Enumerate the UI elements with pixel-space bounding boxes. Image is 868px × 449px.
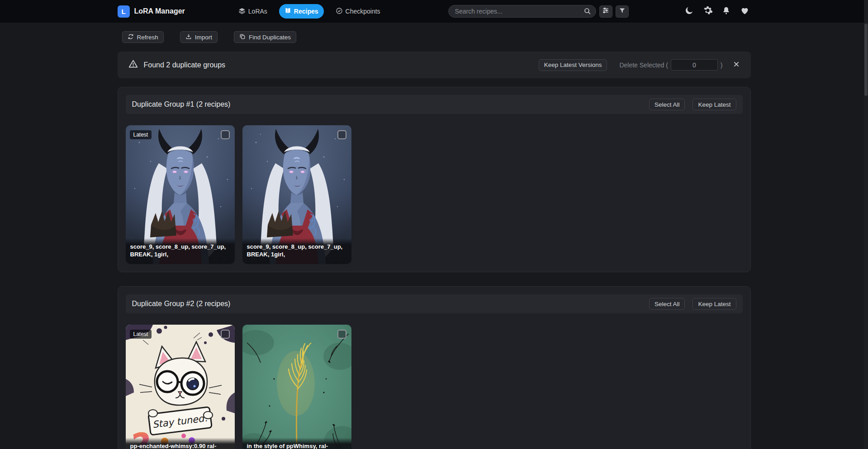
duplicate-group-1: Duplicate Group #1 (2 recipes) Select Al… bbox=[118, 87, 751, 272]
delete-selected-prefix: Delete Selected ( bbox=[619, 61, 668, 69]
refresh-label: Refresh bbox=[137, 34, 158, 41]
logo-letter: L bbox=[121, 8, 125, 15]
tab-recipes-label: Recipes bbox=[294, 8, 318, 15]
group-1-header: Duplicate Group #1 (2 recipes) Select Al… bbox=[126, 95, 743, 114]
close-icon bbox=[733, 61, 740, 70]
heart-icon bbox=[740, 6, 749, 17]
recipe-card[interactable]: Latest score_9, score_8_up, score_7_up, … bbox=[126, 125, 235, 264]
group-2-keep-latest-button[interactable]: Keep Latest bbox=[693, 298, 736, 310]
warning-icon bbox=[128, 59, 138, 71]
recipe-card[interactable]: score_9, score_8_up, score_7_up, BREAK, … bbox=[242, 125, 351, 264]
delete-selected-button[interactable]: Delete Selected ( ) bbox=[619, 59, 722, 71]
sliders-icon bbox=[602, 7, 609, 16]
funnel-icon bbox=[619, 7, 626, 16]
recipe-checkbox[interactable] bbox=[337, 130, 346, 139]
import-label: Import bbox=[195, 34, 212, 41]
recipes-toolbar: Refresh Import Find Duplicates bbox=[122, 31, 751, 43]
latest-badge: Latest bbox=[130, 130, 152, 139]
recipe-caption: score_9, score_8_up, score_7_up, BREAK, … bbox=[242, 238, 351, 264]
recipe-caption: score_9, score_8_up, score_7_up, BREAK, … bbox=[126, 238, 235, 264]
refresh-icon bbox=[128, 33, 134, 41]
refresh-button[interactable]: Refresh bbox=[122, 31, 164, 43]
settings-button[interactable] bbox=[702, 5, 714, 17]
book-icon bbox=[285, 7, 291, 15]
check-circle-icon bbox=[336, 7, 343, 16]
search-icon bbox=[583, 7, 592, 17]
tab-checkpoints[interactable]: Checkpoints bbox=[336, 7, 380, 16]
search-input[interactable] bbox=[448, 5, 596, 18]
app-brand[interactable]: L LoRA Manager bbox=[118, 5, 185, 18]
tab-loras-label: LoRAs bbox=[248, 8, 267, 15]
duplicates-alert-banner: Found 2 duplicate groups Keep Latest Ver… bbox=[118, 52, 751, 78]
alert-message: Found 2 duplicate groups bbox=[144, 61, 226, 69]
tab-recipes[interactable]: Recipes bbox=[279, 4, 324, 19]
import-button[interactable]: Import bbox=[180, 31, 218, 43]
group-2-header: Duplicate Group #2 (2 recipes) Select Al… bbox=[126, 294, 743, 313]
recipe-card[interactable]: in the style of ppWhimsy, ral-frctlgmtry… bbox=[242, 325, 351, 449]
find-duplicates-label: Find Duplicates bbox=[249, 34, 291, 41]
favorites-button[interactable] bbox=[739, 5, 751, 17]
import-icon bbox=[185, 33, 192, 41]
tab-loras[interactable]: LoRAs bbox=[238, 7, 267, 16]
recipe-checkbox[interactable] bbox=[221, 130, 230, 139]
funnel-filter-button[interactable] bbox=[616, 5, 629, 18]
layers-icon bbox=[238, 7, 246, 16]
main-nav: LoRAs Recipes Checkpoints bbox=[238, 4, 380, 19]
app-title: LoRA Manager bbox=[134, 7, 185, 15]
search-container bbox=[448, 5, 596, 18]
group-1-cards: Latest score_9, score_8_up, score_7_up, … bbox=[126, 125, 743, 264]
gear-icon bbox=[703, 5, 713, 17]
duplicate-group-2: Duplicate Group #2 (2 recipes) Select Al… bbox=[118, 286, 751, 449]
filter-sliders-button[interactable] bbox=[599, 5, 612, 18]
selected-count-input[interactable] bbox=[671, 59, 718, 71]
main-content: Refresh Import Find Duplicates Found 2 d… bbox=[118, 23, 751, 449]
top-navbar: L LoRA Manager LoRAs Recipes Checkpoi bbox=[0, 0, 868, 23]
find-duplicates-button[interactable]: Find Duplicates bbox=[234, 31, 296, 43]
recipe-checkbox[interactable] bbox=[221, 330, 230, 339]
scrollbar-thumb[interactable] bbox=[864, 24, 868, 96]
recipe-image-yellow-feather bbox=[242, 325, 351, 449]
navbar-actions bbox=[683, 5, 751, 17]
alert-close-button[interactable] bbox=[733, 61, 740, 70]
theme-toggle-button[interactable] bbox=[683, 5, 695, 17]
recipe-caption: pp-enchanted-whimsy:0.90 ral-frctlgmtry_… bbox=[126, 438, 235, 449]
recipe-image-whimsy-cat bbox=[126, 325, 235, 449]
copy-icon bbox=[239, 33, 246, 41]
notifications-button[interactable] bbox=[721, 5, 732, 17]
group-2-select-all-button[interactable]: Select All bbox=[649, 298, 685, 310]
group-2-cards: Latest pp-enchanted-whimsy:0.90 ral-frct… bbox=[126, 325, 743, 449]
group-1-select-all-button[interactable]: Select All bbox=[649, 99, 685, 110]
recipe-checkbox[interactable] bbox=[337, 330, 346, 339]
keep-latest-versions-button[interactable]: Keep Latest Versions bbox=[539, 59, 607, 71]
app-logo: L bbox=[118, 5, 130, 18]
moon-icon bbox=[684, 5, 694, 17]
group-1-title: Duplicate Group #1 (2 recipes) bbox=[132, 100, 231, 109]
group-2-title: Duplicate Group #2 (2 recipes) bbox=[132, 300, 231, 308]
bell-icon bbox=[721, 6, 731, 17]
recipe-caption: in the style of ppWhimsy, ral-frctlgmtry… bbox=[242, 438, 351, 449]
delete-selected-suffix: ) bbox=[721, 61, 723, 69]
latest-badge: Latest bbox=[130, 330, 152, 339]
recipe-card[interactable]: Latest pp-enchanted-whimsy:0.90 ral-frct… bbox=[126, 325, 235, 449]
scrollbar-track bbox=[864, 0, 868, 449]
tab-checkpoints-label: Checkpoints bbox=[346, 8, 380, 15]
group-1-keep-latest-button[interactable]: Keep Latest bbox=[693, 99, 736, 110]
